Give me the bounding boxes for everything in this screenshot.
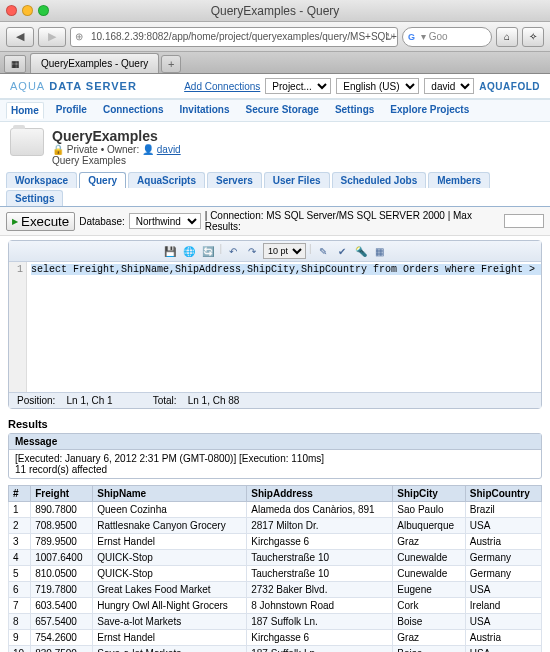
table-row[interactable]: 10830.7500Save-a-lot Markets187 Suffolk … <box>9 646 542 653</box>
main-nav: Home Profile Connections Invitations Sec… <box>0 99 550 122</box>
browser-toolbar: ◀ ▶ 10.168.2.39:8082/app/home/project/qu… <box>0 22 550 52</box>
new-tab-button[interactable]: + <box>161 55 181 73</box>
logo: AQUA DATA SERVER <box>10 80 137 92</box>
owner-link[interactable]: david <box>157 144 181 155</box>
tab-aquascripts[interactable]: AquaScripts <box>128 172 205 188</box>
nav-home[interactable]: Home <box>6 102 44 119</box>
tab-workspace[interactable]: Workspace <box>6 172 77 188</box>
project-desc: Query Examples <box>52 155 181 166</box>
tab-servers[interactable]: Servers <box>207 172 262 188</box>
nav-settings[interactable]: Settings <box>331 102 378 119</box>
save-icon[interactable]: 💾 <box>162 243 178 259</box>
refresh-icon[interactable]: 🔄 <box>200 243 216 259</box>
table-row[interactable]: 1890.7800Queen CozinhaAlameda dos Canàri… <box>9 502 542 518</box>
find-icon[interactable]: 🔦 <box>353 243 369 259</box>
project-tabs: Workspace Query AquaScripts Servers User… <box>0 172 550 207</box>
database-select[interactable]: Northwind <box>129 213 201 229</box>
project-select[interactable]: Project... <box>265 78 331 94</box>
message-heading: Message <box>9 434 541 450</box>
project-header: QueryExamples 🔒 Private • Owner: 👤 david… <box>0 122 550 172</box>
tab-query[interactable]: Query <box>79 172 126 188</box>
globe-icon[interactable]: 🌐 <box>181 243 197 259</box>
table-row[interactable]: 2708.9500Rattlesnake Canyon Grocery2817 … <box>9 518 542 534</box>
window-titlebar: QueryExamples - Query <box>0 0 550 22</box>
nav-invitations[interactable]: Invitations <box>175 102 233 119</box>
col-header[interactable]: ShipAddress <box>247 486 393 502</box>
execute-bar: Execute Database: Northwind | Connection… <box>0 207 550 236</box>
col-header[interactable]: ShipName <box>93 486 247 502</box>
nav-explore[interactable]: Explore Projects <box>386 102 473 119</box>
language-select[interactable]: English (US) <box>336 78 419 94</box>
sql-text[interactable]: select Freight,ShipName,ShipAddress,Ship… <box>27 262 541 392</box>
table-row[interactable]: 3789.9500Ernst HandelKirchgasse 6GrazAus… <box>9 534 542 550</box>
results-section: Results Message [Executed: January 6, 20… <box>8 415 542 652</box>
col-header[interactable]: ShipCity <box>393 486 466 502</box>
table-row[interactable]: 9754.2600Ernst HandelKirchgasse 6GrazAus… <box>9 630 542 646</box>
results-table: #FreightShipNameShipAddressShipCityShipC… <box>8 485 542 652</box>
editor-toolbar: 💾 🌐 🔄 | ↶ ↷ 10 pt | ✎ ✔ 🔦 ▦ <box>9 241 541 262</box>
col-header[interactable]: ShipCountry <box>465 486 541 502</box>
editor-statusbar: Position: Ln 1, Ch 1 Total: Ln 1, Ch 88 <box>9 392 541 408</box>
table-row[interactable]: 5810.0500QUICK-StopTaucherstraße 10Cunew… <box>9 566 542 582</box>
undo-icon[interactable]: ↶ <box>225 243 241 259</box>
window-title: QueryExamples - Query <box>0 4 550 18</box>
highlight-icon[interactable]: ✔ <box>334 243 350 259</box>
bookmark-icon[interactable]: ✧ <box>522 27 544 47</box>
sql-editor: 💾 🌐 🔄 | ↶ ↷ 10 pt | ✎ ✔ 🔦 ▦ 1 select Fre… <box>8 240 542 409</box>
browser-tab[interactable]: QueryExamples - Query <box>30 53 159 73</box>
back-button[interactable]: ◀ <box>6 27 34 47</box>
home-icon[interactable]: ⌂ <box>496 27 518 47</box>
grid-icon[interactable]: ▦ <box>372 243 388 259</box>
message-body: [Executed: January 6, 2012 2:31 PM (GMT-… <box>9 450 541 478</box>
brand-label: AQUAFOLD <box>479 81 540 92</box>
table-row[interactable]: 8657.5400Save-a-lot Markets187 Suffolk L… <box>9 614 542 630</box>
table-row[interactable]: 6719.7800Great Lakes Food Market2732 Bak… <box>9 582 542 598</box>
table-row[interactable]: 41007.6400QUICK-StopTaucherstraße 10Cune… <box>9 550 542 566</box>
nav-secure-storage[interactable]: Secure Storage <box>242 102 323 119</box>
search-input[interactable]: ▾ Goo <box>402 27 492 47</box>
execute-button[interactable]: Execute <box>6 212 75 231</box>
app-header: AQUA DATA SERVER Add Connections Project… <box>0 74 550 99</box>
forward-button[interactable]: ▶ <box>38 27 66 47</box>
connection-label: | Connection: MS SQL Server/MS SQL SERVE… <box>205 210 500 232</box>
nav-connections[interactable]: Connections <box>99 102 168 119</box>
tab-scheduled[interactable]: Scheduled Jobs <box>332 172 427 188</box>
redo-icon[interactable]: ↷ <box>244 243 260 259</box>
results-heading: Results <box>8 415 542 433</box>
table-row[interactable]: 7603.5400Hungry Owl All-Night Grocers8 J… <box>9 598 542 614</box>
browser-tabstrip: ▦ QueryExamples - Query + <box>0 52 550 74</box>
format-icon[interactable]: ✎ <box>315 243 331 259</box>
tab-members[interactable]: Members <box>428 172 490 188</box>
sidebar-toggle-icon[interactable]: ▦ <box>4 55 26 73</box>
line-gutter: 1 <box>9 262 27 392</box>
add-connections-link[interactable]: Add Connections <box>184 81 260 92</box>
folder-icon <box>10 128 44 156</box>
user-select[interactable]: david <box>424 78 474 94</box>
font-size-select[interactable]: 10 pt <box>263 243 306 259</box>
col-header[interactable]: # <box>9 486 31 502</box>
max-results-input[interactable] <box>504 214 544 228</box>
tab-settings[interactable]: Settings <box>6 190 63 206</box>
url-bar[interactable]: 10.168.2.39:8082/app/home/project/querye… <box>70 27 398 47</box>
col-header[interactable]: Freight <box>31 486 93 502</box>
tab-userfiles[interactable]: User Files <box>264 172 330 188</box>
nav-profile[interactable]: Profile <box>52 102 91 119</box>
project-title: QueryExamples <box>52 128 181 144</box>
